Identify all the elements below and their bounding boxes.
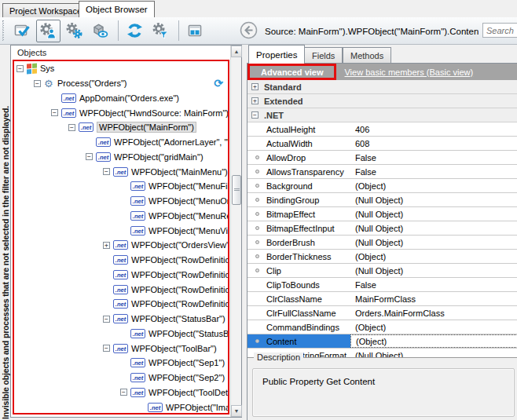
property-row[interactable]: CommandBindings(Object) [248, 320, 517, 334]
filter-button[interactable] [148, 20, 173, 42]
property-section-header[interactable]: −.NET [248, 108, 517, 122]
tree-node[interactable]: −.netWPFObject("HwndSource: MainForm") [14, 105, 228, 120]
property-value[interactable]: False [350, 165, 517, 178]
property-value[interactable]: (Null Object) [350, 236, 517, 249]
scroll-up-arrow-icon[interactable]: ▲ [231, 46, 242, 57]
tree-node[interactable]: −.netWPFObject("StatusBar") [14, 312, 228, 327]
property-value[interactable]: (Null Object) [350, 264, 517, 277]
collapse-minus-icon[interactable]: − [103, 316, 110, 323]
tab-methods[interactable]: Methods [343, 47, 391, 64]
tree-node[interactable]: .netAppDomain("Orders.exe") [14, 91, 228, 106]
property-row[interactable]: ClipToBoundsFalse [248, 278, 517, 292]
collapse-minus-icon[interactable]: − [16, 65, 24, 72]
tree-node[interactable]: −.netWPFObject("MainForm") [14, 120, 228, 135]
tab-object-browser[interactable]: Object Browser [79, 1, 155, 17]
tree-node[interactable]: −.netWPFObject("gridMain") [14, 150, 228, 165]
property-name-cell[interactable]: BitmapEffectInput [248, 221, 350, 235]
property-name-cell[interactable]: ActualHeight [248, 122, 350, 136]
property-value[interactable]: (Null Object) [350, 207, 517, 221]
property-name-cell[interactable]: ClrClassName [248, 292, 350, 305]
property-value[interactable]: (Null Object) [350, 349, 517, 357]
property-name-cell[interactable]: Background [248, 179, 350, 192]
view-object-button[interactable] [88, 20, 112, 42]
property-name-cell[interactable]: Content [248, 334, 350, 348]
property-row[interactable]: Clip(Null Object) [248, 264, 517, 278]
collapse-minus-icon[interactable]: − [51, 109, 58, 116]
property-row[interactable]: BitmapEffectInput(Null Object) [248, 221, 517, 236]
tree-node[interactable]: .netWPFObject("Image" [14, 400, 228, 415]
tree-node[interactable]: −.netWPFObject("ToolBar") [14, 341, 228, 356]
search-input[interactable] [482, 23, 517, 38]
highlight-object-button[interactable] [10, 20, 35, 42]
property-value[interactable]: False [350, 151, 517, 164]
collapse-minus-icon[interactable]: − [86, 153, 93, 160]
property-row[interactable]: BorderBrush(Null Object) [248, 236, 517, 250]
collapse-minus-icon[interactable]: − [34, 80, 41, 87]
property-name-cell[interactable]: ActualWidth [248, 137, 350, 150]
collapse-minus-icon[interactable]: − [120, 389, 127, 396]
property-value[interactable]: (Object) [350, 334, 517, 348]
tree-node[interactable]: .netWPFObject("RowDefinition", [14, 268, 228, 283]
tree-node[interactable]: .netWPFObject("Sep2") [14, 371, 228, 385]
property-row[interactable]: AllowDropFalse [248, 151, 517, 165]
tree-scrollbar[interactable]: ▲ ▼ [230, 46, 241, 417]
property-value[interactable]: MainFormClass [350, 292, 517, 305]
expand-plus-icon[interactable]: + [251, 83, 258, 90]
property-value[interactable]: (Null Object) [350, 221, 517, 235]
property-row[interactable]: BitmapEffect(Null Object) [248, 207, 517, 221]
collapse-minus-icon[interactable]: − [68, 124, 75, 131]
collapse-minus-icon[interactable]: − [103, 345, 110, 352]
property-row[interactable]: ActualWidth608 [248, 137, 517, 151]
panel-layout-button[interactable] [183, 20, 207, 42]
tree-node[interactable]: +.netWPFObject("OrdersView") [14, 238, 228, 253]
tree-node[interactable]: .netWPFObject("MenuFile") [14, 179, 228, 194]
tree-node[interactable]: .netWPFObject("MenuRepor [14, 209, 228, 224]
property-value[interactable]: (Object) [350, 320, 517, 334]
tree-node[interactable]: .netWPFObject("AdornerLayer", "", [14, 135, 228, 150]
property-name-cell[interactable]: ClipToBounds [248, 278, 350, 291]
property-name-cell[interactable]: ClrFullClassName [248, 306, 350, 320]
property-row[interactable]: BorderThickness(Object) [248, 250, 517, 264]
tree-node[interactable]: .netWPFObject("RowDefinition", [14, 282, 228, 297]
tree-node[interactable]: .netWPFObject("StatusBarIt [14, 327, 228, 341]
tree-node[interactable]: −⚙Process("Orders")⟳ [14, 76, 228, 91]
scrollbar-thumb[interactable] [232, 175, 241, 205]
property-name-cell[interactable]: AllowDrop [248, 151, 350, 164]
tree-node[interactable]: .netWPFObject("RowDefinition", [14, 253, 228, 268]
property-name-cell[interactable]: AllowsTransparency [248, 165, 350, 178]
property-name-cell[interactable]: BorderThickness [248, 250, 350, 263]
property-row[interactable]: Background(Object) [248, 179, 517, 193]
property-row[interactable]: ActualHeight406 [248, 122, 517, 137]
property-row[interactable]: ClrClassNameMainFormClass [248, 292, 517, 306]
settings-button[interactable] [62, 20, 86, 42]
property-value[interactable]: False [350, 278, 517, 291]
property-value[interactable]: (Object) [350, 250, 517, 263]
property-name-cell[interactable]: Clip [248, 264, 350, 277]
expand-plus-icon[interactable]: + [103, 242, 110, 249]
property-name-cell[interactable]: BindingGroup [248, 193, 350, 206]
tab-fields[interactable]: Fields [304, 47, 343, 64]
property-section-header[interactable]: +Standard [248, 80, 517, 94]
property-value[interactable]: 608 [350, 137, 517, 150]
scroll-down-arrow-icon[interactable]: ▼ [231, 405, 242, 417]
property-value[interactable]: (Null Object) [350, 193, 517, 206]
property-value[interactable]: Orders.MainFormClass [350, 306, 517, 320]
tree-node[interactable]: −.netWPFObject("MainMenu") [14, 164, 228, 179]
property-name-cell[interactable]: BorderBrush [248, 236, 350, 249]
collapse-minus-icon[interactable]: − [103, 168, 110, 175]
property-row[interactable]: ClrFullClassNameOrders.MainFormClass [248, 306, 517, 320]
property-value[interactable]: 406 [350, 122, 517, 136]
property-row[interactable]: BindingGroup(Null Object) [248, 193, 517, 207]
tree-node[interactable]: −.netWPFObject("ToolDetails [14, 385, 228, 400]
tab-properties[interactable]: Properties [248, 45, 305, 64]
toolbar-grip[interactable] [2, 20, 6, 41]
property-section-header[interactable]: +Extended [248, 94, 517, 108]
tree-node[interactable]: .netWPFObject("MenuOrder [14, 194, 228, 209]
tree-node[interactable]: .netWPFObject("MenuView" [14, 223, 228, 238]
tree-node[interactable]: .netWPFObject("Sep1") [14, 356, 228, 371]
basic-view-link[interactable]: View basic members (Basic view) [344, 68, 473, 77]
property-value[interactable]: (Object) [350, 179, 517, 192]
collapse-minus-icon[interactable]: − [251, 111, 258, 119]
property-name-cell[interactable]: BitmapEffect [248, 207, 350, 221]
property-name-cell[interactable]: CommandBindings [248, 320, 350, 334]
